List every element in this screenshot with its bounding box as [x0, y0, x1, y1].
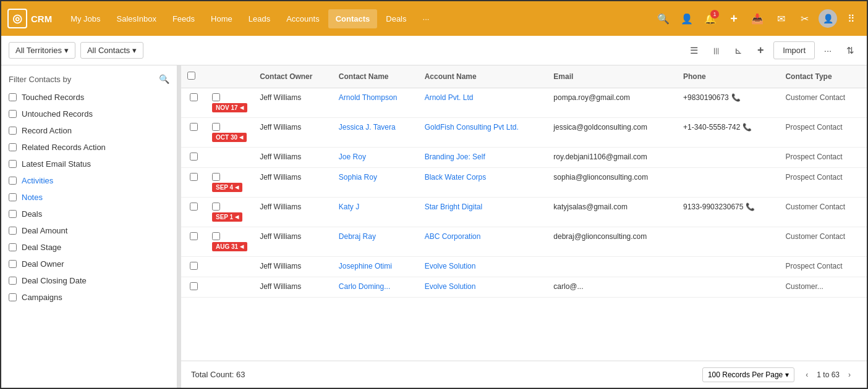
- per-page-select[interactable]: 100 Records Per Page ▾: [702, 367, 794, 382]
- list-view-icon[interactable]: ☰: [684, 41, 703, 60]
- contact-name-link[interactable]: Josephine Otimi: [339, 262, 392, 270]
- account-name-link[interactable]: Branding Joe: Self: [425, 153, 485, 161]
- sidebar-item-campaigns[interactable]: Campaigns: [1, 289, 177, 306]
- row-tag-checkbox[interactable]: [212, 123, 220, 131]
- row-tag-checkbox[interactable]: [212, 173, 220, 181]
- row-contact-name[interactable]: Arnold Thompson: [333, 88, 419, 118]
- account-name-link[interactable]: GoldFish Consulting Pvt Ltd.: [425, 123, 519, 132]
- row-checkbox[interactable]: [190, 262, 198, 270]
- nav-more[interactable]: ···: [415, 9, 437, 28]
- prev-page-button[interactable]: ‹: [799, 367, 814, 382]
- row-account-name[interactable]: Star Bright Digital: [419, 198, 548, 227]
- row-contact-name[interactable]: Jessica J. Tavera: [333, 118, 419, 148]
- phone-icon[interactable]: 📞: [731, 93, 741, 102]
- row-contact-name[interactable]: Debraj Ray: [333, 227, 419, 257]
- col-type[interactable]: Contact Type: [779, 65, 867, 88]
- col-name[interactable]: Contact Name: [333, 65, 419, 88]
- sidebar-item-related-records[interactable]: Related Records Action: [1, 139, 177, 156]
- mail-icon[interactable]: ✉: [772, 9, 790, 28]
- plus-icon[interactable]: +: [725, 9, 743, 28]
- row-checkbox[interactable]: [190, 232, 198, 240]
- row-account-name[interactable]: Evolve Solution: [419, 277, 548, 298]
- col-phone[interactable]: Phone: [677, 65, 779, 88]
- touched-checkbox[interactable]: [9, 93, 17, 101]
- email-status-checkbox[interactable]: [9, 160, 17, 168]
- territory-dropdown[interactable]: All Territories ▾: [9, 42, 75, 59]
- row-checkbox-cell[interactable]: [181, 118, 206, 148]
- deal-amount-checkbox[interactable]: [9, 227, 17, 235]
- row-contact-name[interactable]: Joe Roy: [333, 148, 419, 168]
- account-name-link[interactable]: ABC Corporation: [425, 232, 481, 241]
- row-checkbox-cell[interactable]: [181, 168, 206, 198]
- row-account-name[interactable]: ABC Corporation: [419, 227, 548, 257]
- row-checkbox[interactable]: [190, 153, 198, 161]
- nav-feeds[interactable]: Feeds: [165, 9, 202, 28]
- add-icon[interactable]: +: [751, 41, 770, 60]
- row-checkbox[interactable]: [190, 173, 198, 181]
- phone-icon[interactable]: 📞: [742, 123, 752, 132]
- sidebar-item-deals[interactable]: Deals: [1, 206, 177, 222]
- more-options-icon[interactable]: ···: [819, 41, 837, 60]
- nav-leads[interactable]: Leads: [241, 9, 278, 28]
- nav-home[interactable]: Home: [203, 9, 240, 28]
- row-tag-checkbox[interactable]: [212, 232, 220, 240]
- row-account-name[interactable]: Arnold Pvt. Ltd: [419, 88, 548, 118]
- nav-accounts[interactable]: Accounts: [279, 9, 326, 28]
- col-account[interactable]: Account Name: [419, 65, 548, 88]
- contacts-dropdown[interactable]: All Contacts ▾: [80, 42, 143, 59]
- account-name-link[interactable]: Star Bright Digital: [425, 203, 482, 211]
- account-name-link[interactable]: Black Water Corps: [425, 173, 487, 182]
- sidebar-item-deal-amount[interactable]: Deal Amount: [1, 222, 177, 239]
- col-email[interactable]: Email: [547, 65, 677, 88]
- row-checkbox-cell[interactable]: [181, 148, 206, 168]
- sidebar-item-notes[interactable]: Notes: [1, 189, 177, 206]
- account-name-link[interactable]: Arnold Pvt. Ltd: [425, 93, 474, 102]
- sidebar-item-email-status[interactable]: Latest Email Status: [1, 156, 177, 172]
- select-all-checkbox[interactable]: [187, 72, 195, 80]
- row-contact-name[interactable]: Katy J: [333, 198, 419, 227]
- contact-name-link[interactable]: Carlo Doming...: [339, 282, 390, 291]
- contact-name-link[interactable]: Sophia Roy: [339, 173, 377, 182]
- row-contact-name[interactable]: Josephine Otimi: [333, 257, 419, 277]
- nav-deals[interactable]: Deals: [378, 9, 414, 28]
- contact-name-link[interactable]: Joe Roy: [339, 153, 366, 161]
- row-account-name[interactable]: Evolve Solution: [419, 257, 548, 277]
- row-contact-name[interactable]: Carlo Doming...: [333, 277, 419, 298]
- row-checkbox-cell[interactable]: [181, 88, 206, 118]
- contact-name-link[interactable]: Jessica J. Tavera: [339, 123, 396, 132]
- col-owner[interactable]: Contact Owner: [253, 65, 333, 88]
- related-records-checkbox[interactable]: [9, 143, 17, 151]
- deals-checkbox[interactable]: [9, 210, 17, 218]
- sidebar-search-icon[interactable]: 🔍: [159, 74, 169, 84]
- row-checkbox-cell[interactable]: [181, 277, 206, 298]
- nav-myjobs[interactable]: My Jobs: [63, 9, 108, 28]
- bell-icon[interactable]: 🔔 1: [701, 9, 720, 28]
- deal-closing-checkbox[interactable]: [9, 277, 17, 285]
- notes-checkbox[interactable]: [9, 193, 17, 201]
- row-checkbox[interactable]: [190, 203, 198, 211]
- row-checkbox-cell[interactable]: [181, 227, 206, 257]
- campaigns-checkbox[interactable]: [9, 293, 17, 301]
- filter-icon[interactable]: ⊾: [729, 41, 747, 60]
- sidebar-item-record-action[interactable]: Record Action: [1, 122, 177, 139]
- record-action-checkbox[interactable]: [9, 127, 17, 135]
- table-scroll[interactable]: Contact Owner Contact Name Account Name …: [181, 65, 867, 361]
- row-checkbox[interactable]: [190, 93, 198, 101]
- sidebar-item-untouched[interactable]: Untouched Records: [1, 106, 177, 122]
- row-checkbox-cell[interactable]: [181, 198, 206, 227]
- sidebar-item-activities[interactable]: Activities: [1, 172, 177, 189]
- contact-name-link[interactable]: Debraj Ray: [339, 232, 376, 241]
- contacts-icon[interactable]: 👤: [678, 9, 696, 28]
- sort-icon[interactable]: ⇅: [841, 41, 859, 60]
- row-tag-checkbox[interactable]: [212, 203, 220, 211]
- user-avatar[interactable]: 👤: [819, 9, 837, 28]
- search-icon[interactable]: 🔍: [654, 9, 673, 28]
- row-account-name[interactable]: Black Water Corps: [419, 168, 548, 198]
- column-view-icon[interactable]: ⫼: [707, 41, 725, 60]
- import-button[interactable]: Import: [773, 41, 815, 59]
- nav-contacts[interactable]: Contacts: [328, 9, 378, 28]
- col-checkbox[interactable]: [181, 65, 206, 88]
- sidebar-item-deal-owner[interactable]: Deal Owner: [1, 256, 177, 272]
- row-checkbox-cell[interactable]: [181, 257, 206, 277]
- scissors-icon[interactable]: ✂: [795, 9, 814, 28]
